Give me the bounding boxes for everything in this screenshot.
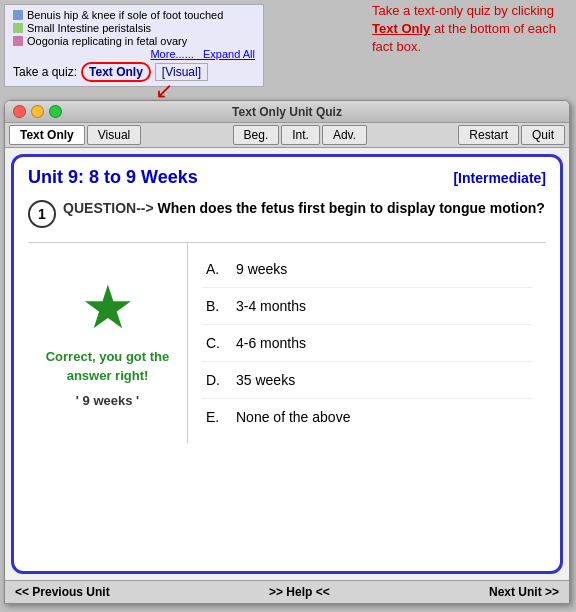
next-unit-button[interactable]: Next Unit >> <box>489 585 559 599</box>
window-title: Text Only Unit Quiz <box>232 105 342 119</box>
option-e-text: None of the above <box>236 409 350 425</box>
unit-title: Unit 9: 8 to 9 Weeks <box>28 167 198 188</box>
question-number: 1 <box>28 200 56 228</box>
question-text: QUESTION--> When does the fetus first be… <box>62 198 546 219</box>
question-body: When does the fetus first begin to displ… <box>158 200 545 216</box>
option-b-letter: B. <box>206 298 226 314</box>
callout-text: Take a text-only quiz by clicking Text O… <box>372 2 572 57</box>
option-b-text: 3-4 months <box>236 298 306 314</box>
option-b[interactable]: B. 3-4 months <box>202 288 532 325</box>
beg-button[interactable]: Beg. <box>233 125 280 145</box>
option-c-letter: C. <box>206 335 226 351</box>
quit-button[interactable]: Quit <box>521 125 565 145</box>
option-a[interactable]: A. 9 weeks <box>202 251 532 288</box>
option-e-letter: E. <box>206 409 226 425</box>
unit-header: Unit 9: 8 to 9 Weeks [Intermediate] <box>28 167 546 188</box>
context-item-1: Benuis hip & knee if sole of foot touche… <box>13 9 255 21</box>
answer-area: ★ Correct, you got the answer right! ' 9… <box>28 242 546 443</box>
expand-all-link[interactable]: More...... Expand All <box>13 48 255 60</box>
title-bar: Text Only Unit Quiz <box>5 101 569 123</box>
option-d-letter: D. <box>206 372 226 388</box>
int-button[interactable]: Int. <box>281 125 320 145</box>
level-badge: [Intermediate] <box>453 170 546 186</box>
option-e[interactable]: E. None of the above <box>202 399 532 435</box>
help-button[interactable]: >> Help << <box>269 585 330 599</box>
callout-before: Take a text-only quiz by clicking <box>372 3 554 18</box>
footer: << Previous Unit >> Help << Next Unit >> <box>5 580 569 603</box>
toolbar: Text Only Visual Beg. Int. Adv. Restart … <box>5 123 569 148</box>
correct-text: Correct, you got the answer right! <box>46 348 170 384</box>
context-item-3: Oogonia replicating in fetal ovary <box>13 35 255 47</box>
color-indicator-2 <box>13 23 23 33</box>
window-controls <box>13 105 62 118</box>
maximize-button[interactable] <box>49 105 62 118</box>
prev-unit-button[interactable]: << Previous Unit <box>15 585 110 599</box>
take-quiz-label: Take a quiz: <box>13 65 77 79</box>
close-button[interactable] <box>13 105 26 118</box>
option-a-text: 9 weeks <box>236 261 287 277</box>
restart-button[interactable]: Restart <box>458 125 519 145</box>
option-d[interactable]: D. 35 weeks <box>202 362 532 399</box>
minimize-button[interactable] <box>31 105 44 118</box>
options-panel: A. 9 weeks B. 3-4 months C. 4-6 months D… <box>188 243 546 443</box>
quiz-content: Unit 9: 8 to 9 Weeks [Intermediate] 1 QU… <box>11 154 563 574</box>
answer-given: ' 9 weeks ' <box>76 393 139 408</box>
question-prefix: QUESTION--> <box>63 200 154 216</box>
adv-button[interactable]: Adv. <box>322 125 367 145</box>
take-quiz-row: Take a quiz: Text Only [Visual] <box>13 62 255 82</box>
question-row: 1 QUESTION--> When does the fetus first … <box>28 198 546 228</box>
option-d-text: 35 weeks <box>236 372 295 388</box>
color-indicator-1 <box>13 10 23 20</box>
option-c-text: 4-6 months <box>236 335 306 351</box>
context-label-2: Small Intestine peristalsis <box>27 22 151 34</box>
star-icon: ★ <box>81 278 135 338</box>
context-item-2: Small Intestine peristalsis <box>13 22 255 34</box>
context-label-1: Benuis hip & knee if sole of foot touche… <box>27 9 223 21</box>
fact-box-context: Benuis hip & knee if sole of foot touche… <box>4 4 264 87</box>
callout-link: Text Only <box>372 21 430 36</box>
text-only-button[interactable]: Text Only <box>81 62 151 82</box>
option-c[interactable]: C. 4-6 months <box>202 325 532 362</box>
result-panel: ★ Correct, you got the answer right! ' 9… <box>28 243 188 443</box>
text-only-tab[interactable]: Text Only <box>9 125 85 145</box>
visual-tab[interactable]: Visual <box>87 125 141 145</box>
color-indicator-3 <box>13 36 23 46</box>
quiz-window: Text Only Unit Quiz Text Only Visual Beg… <box>4 100 570 604</box>
context-label-3: Oogonia replicating in fetal ovary <box>27 35 187 47</box>
option-a-letter: A. <box>206 261 226 277</box>
